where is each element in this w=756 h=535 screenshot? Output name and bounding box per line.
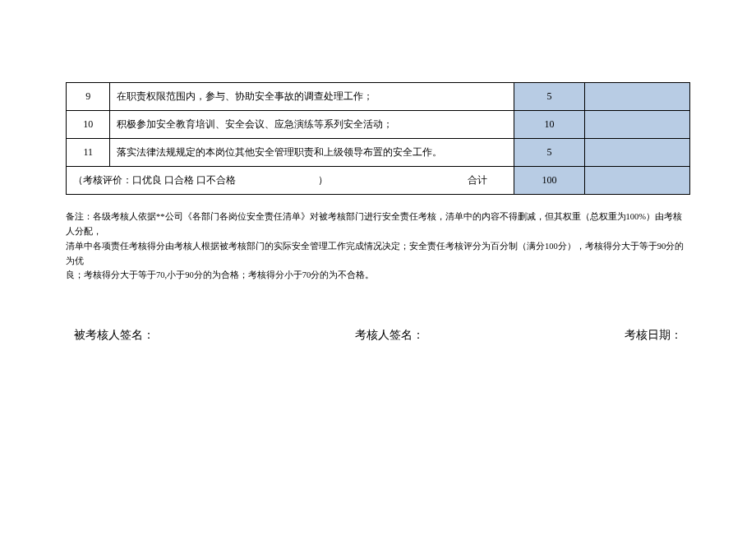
total-blank xyxy=(584,167,689,195)
examiner-signature-label: 考核人签名： xyxy=(355,328,424,343)
row-blank xyxy=(584,83,689,111)
row-blank xyxy=(584,111,689,139)
notes-line: 清单中各项责任考核得分由考核人根据被考核部门的实际安全管理工作完成情况决定；安全… xyxy=(66,239,690,269)
evaluation-label: （考核评价：口优良 口合格 口不合格 xyxy=(73,174,236,186)
examinee-signature-label: 被考核人签名： xyxy=(74,328,154,343)
notes-line: 备注：各级考核人依据**公司《各部门各岗位安全责任清单》对被考核部门进行安全责任… xyxy=(66,210,690,239)
assessment-table-container: 9 在职责权限范围内，参与、协助安全事故的调查处理工作； 5 10 积极参加安全… xyxy=(66,82,690,195)
total-label: 合计 xyxy=(468,174,487,186)
table-row: 11 落实法律法规规定的本岗位其他安全管理职责和上级领导布置的安全工作。 5 xyxy=(67,139,690,167)
row-blank xyxy=(584,139,689,167)
evaluation-paren: ） xyxy=(318,174,328,186)
notes-section: 备注：各级考核人依据**公司《各部门各岗位安全责任清单》对被考核部门进行安全责任… xyxy=(66,210,690,283)
summary-label: （考核评价：口优良 口合格 口不合格）合计 xyxy=(67,167,514,195)
row-score: 10 xyxy=(514,111,585,139)
row-number: 11 xyxy=(67,139,110,167)
row-score: 5 xyxy=(514,139,585,167)
table-row: 9 在职责权限范围内，参与、协助安全事故的调查处理工作； 5 xyxy=(67,83,690,111)
row-number: 10 xyxy=(67,111,110,139)
summary-row: （考核评价：口优良 口合格 口不合格）合计 100 xyxy=(67,167,690,195)
assessment-date-label: 考核日期： xyxy=(625,328,682,343)
row-description: 落实法律法规规定的本岗位其他安全管理职责和上级领导布置的安全工作。 xyxy=(110,139,514,167)
signatures-section: 被考核人签名： 考核人签名： 考核日期： xyxy=(66,328,690,343)
total-score: 100 xyxy=(514,167,585,195)
row-description: 在职责权限范围内，参与、协助安全事故的调查处理工作； xyxy=(110,83,514,111)
row-score: 5 xyxy=(514,83,585,111)
assessment-table: 9 在职责权限范围内，参与、协助安全事故的调查处理工作； 5 10 积极参加安全… xyxy=(66,82,690,195)
row-number: 9 xyxy=(67,83,110,111)
row-description: 积极参加安全教育培训、安全会议、应急演练等系列安全活动； xyxy=(110,111,514,139)
table-row: 10 积极参加安全教育培训、安全会议、应急演练等系列安全活动； 10 xyxy=(67,111,690,139)
notes-line: 良；考核得分大于等于70,小于90分的为合格；考核得分小于70分的为不合格。 xyxy=(66,268,690,283)
